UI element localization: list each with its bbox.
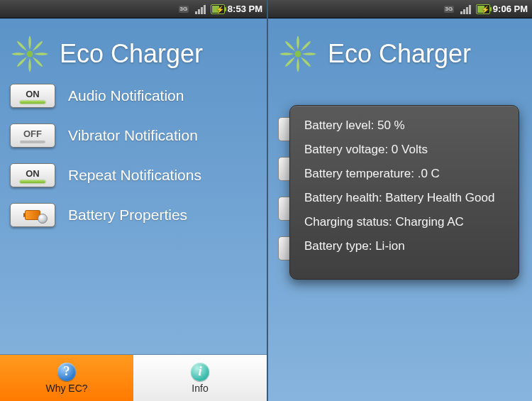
obscured-settings bbox=[278, 117, 289, 260]
clock: 8:53 PM bbox=[228, 4, 262, 14]
svg-point-1 bbox=[295, 51, 301, 57]
setting-label: Vibrator Notification bbox=[68, 127, 198, 144]
tab-bar: ? Why EC? i Info bbox=[0, 354, 267, 401]
battery-charging-icon: ⚡ bbox=[476, 3, 490, 16]
tab-info[interactable]: i Info bbox=[133, 355, 267, 401]
app-title: Eco Charger bbox=[328, 39, 471, 69]
setting-label: Battery Properties bbox=[68, 207, 187, 224]
app-header: Eco Charger bbox=[0, 18, 267, 79]
phone-screen-settings: 3G ⚡ 8:53 PM bbox=[0, 0, 268, 401]
battery-charging-icon: ⚡ bbox=[211, 3, 225, 16]
status-bar: 3G ⚡ 9:06 PM bbox=[268, 0, 532, 18]
toggle-repeat-notifications[interactable]: ON bbox=[10, 163, 55, 187]
eco-logo-icon bbox=[278, 34, 318, 74]
setting-row-vibrator: OFF Vibrator Notification bbox=[10, 123, 257, 148]
battery-level-line: Battery level: 50 % bbox=[304, 119, 504, 133]
tab-why-ec[interactable]: ? Why EC? bbox=[0, 355, 133, 401]
toggle-vibrator-notification[interactable]: OFF bbox=[10, 123, 55, 148]
setting-row-audio: ON Audio Notification bbox=[10, 84, 257, 108]
obscured-toggle bbox=[278, 117, 289, 141]
app-header: Eco Charger bbox=[268, 18, 532, 79]
obscured-toggle bbox=[278, 197, 289, 221]
clock: 9:06 PM bbox=[493, 4, 528, 14]
tab-label: Why EC? bbox=[45, 383, 87, 394]
setting-row-battery-properties: Battery Properties bbox=[10, 203, 257, 227]
app-title: Eco Charger bbox=[60, 39, 203, 69]
toggle-state-label: OFF bbox=[23, 128, 42, 139]
settings-list: ON Audio Notification OFF Vibrator Notif… bbox=[0, 79, 267, 227]
battery-health-line: Battery health: Battery Health Good bbox=[304, 191, 504, 205]
obscured-toggle bbox=[278, 236, 289, 260]
setting-label: Repeat Notifications bbox=[68, 167, 201, 184]
svg-point-0 bbox=[27, 51, 33, 57]
eco-logo-icon bbox=[10, 34, 50, 74]
network-3g-icon: 3G bbox=[442, 3, 456, 16]
battery-voltage-line: Battery voltage: 0 Volts bbox=[304, 143, 504, 157]
charging-status-line: Charging status: Charging AC bbox=[304, 215, 504, 229]
setting-label: Audio Notification bbox=[68, 87, 184, 104]
toggle-state-label: ON bbox=[26, 168, 40, 179]
tab-label: Info bbox=[192, 383, 208, 394]
status-bar: 3G ⚡ 8:53 PM bbox=[0, 0, 267, 18]
signal-strength-icon bbox=[194, 3, 208, 16]
battery-properties-button[interactable] bbox=[10, 203, 55, 227]
coin-icon bbox=[38, 214, 48, 224]
network-3g-icon: 3G bbox=[177, 3, 191, 16]
battery-info-panel[interactable]: Battery level: 50 % Battery voltage: 0 V… bbox=[289, 105, 519, 280]
info-icon: i bbox=[191, 363, 209, 381]
phone-screen-info-popup: 3G ⚡ 9:06 PM bbox=[268, 0, 532, 401]
obscured-toggle bbox=[278, 157, 289, 181]
battery-type-line: Battery type: Li-ion bbox=[304, 239, 504, 253]
toggle-state-label: ON bbox=[26, 89, 40, 99]
question-mark-icon: ? bbox=[57, 363, 76, 381]
signal-strength-icon bbox=[459, 3, 473, 16]
battery-temperature-line: Battery temperature: .0 C bbox=[304, 167, 504, 181]
toggle-audio-notification[interactable]: ON bbox=[10, 84, 55, 108]
setting-row-repeat: ON Repeat Notifications bbox=[10, 163, 257, 187]
